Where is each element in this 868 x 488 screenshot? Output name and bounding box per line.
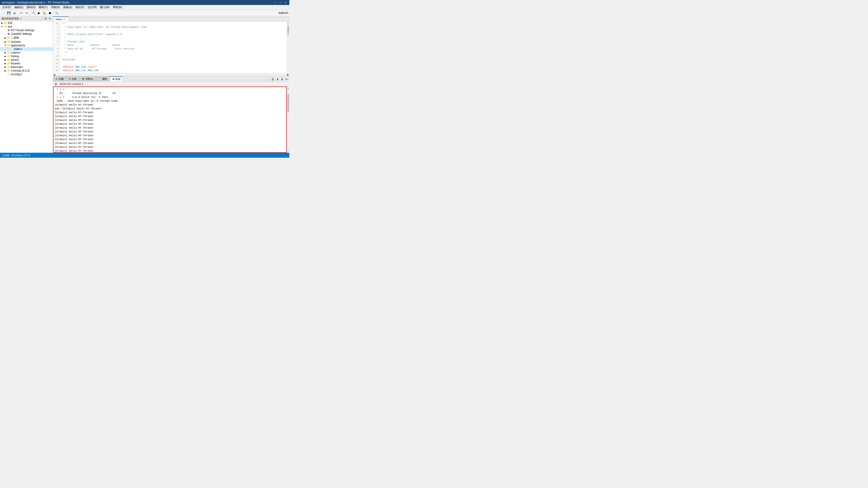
editor-hscroll[interactable]: ◀ ▶ xyxy=(53,73,289,76)
maximize-button[interactable]: □ xyxy=(278,0,283,4)
hscroll-track[interactable] xyxy=(56,74,287,76)
bottom-btn5[interactable]: ✕ xyxy=(284,77,288,81)
editor-container: 1=/*2 * Copyright (c) 2006-2021, RT-Thre… xyxy=(53,22,289,73)
toolbar-debug[interactable]: 🐛 xyxy=(42,11,47,15)
terminal-tab-item[interactable]: DESKTOP-JOHN2LS ✕ xyxy=(58,82,87,86)
bottom-btn2[interactable]: ☰ xyxy=(271,77,275,81)
scroll-up-arrow[interactable]: ▲ xyxy=(287,22,289,25)
tab-terminal[interactable]: 🖥 终端 xyxy=(110,76,123,81)
menu-refactor[interactable]: 重构(T) xyxy=(37,5,49,10)
sidebar-item-rt-thread-settings[interactable]: ⚙RT-Thread Settings xyxy=(0,29,53,32)
tree-icon: 📁 xyxy=(7,51,10,54)
tree-label: test xyxy=(8,25,12,28)
tree-arrow: ▶ xyxy=(4,55,7,57)
terminal-scroll-down[interactable]: ▼ xyxy=(287,149,289,152)
tab-console-label: 控制台 xyxy=(86,77,93,80)
sidebar-collapse-btn[interactable]: ⬜ xyxy=(40,17,43,21)
toolbar-sep3 xyxy=(53,11,54,15)
sidebar-item-main-c[interactable]: 📄main.c xyxy=(0,47,53,51)
code-line: 13 #define DBG_TAG "main" xyxy=(53,65,287,69)
tab-tasks[interactable]: ✔ 任务 xyxy=(66,76,79,81)
terminal-icon: 🖥 xyxy=(112,78,115,80)
code-content: * Change Logs: xyxy=(61,40,86,43)
menu-run[interactable]: 运行(R) xyxy=(86,5,98,10)
hscroll-right[interactable]: ▶ xyxy=(287,74,289,76)
code-editor[interactable]: 1=/*2 * Copyright (c) 2006-2021, RT-Thre… xyxy=(53,22,287,73)
terminal-area[interactable]: \ | / - RT - Thread Operating S? `kk / |… xyxy=(53,87,289,153)
toolbar-sep2 xyxy=(30,11,30,15)
tree-label: 二进制 xyxy=(11,36,19,40)
toolbar-undo[interactable]: ↩ xyxy=(19,11,24,15)
editor-tabs: main.c ✕ xyxy=(53,16,289,22)
toolbar-new[interactable]: 📄 xyxy=(1,11,6,15)
tasks-icon: ✔ xyxy=(69,77,71,80)
tree-label: linkscripts xyxy=(11,66,23,69)
sidebar-item-cubemx[interactable]: ▶📁cubemx xyxy=(0,51,53,55)
toolbar-save-all[interactable]: 🗂 xyxy=(12,11,17,15)
terminal-scroll-up[interactable]: ▲ xyxy=(287,87,289,90)
editor-area: main.c ✕ 1=/*2 * Copyright (c) 2006-2021… xyxy=(53,16,289,76)
close-button[interactable]: ✕ xyxy=(283,0,287,4)
toolbar-run[interactable]: ▶ xyxy=(37,11,41,15)
sidebar: 项目资源管理器 ☆ ⬜ ☰ ✕ ▶📁433▼📁test⚙RT-Thread Se… xyxy=(0,16,53,153)
tree-arrow: ▶ xyxy=(4,62,7,65)
code-line: 2 * Copyright (c) 2006-2021, RT-Thread D… xyxy=(53,25,287,29)
tree-arrow: ▼ xyxy=(0,26,4,28)
editor-tab-main-c[interactable]: main.c ✕ xyxy=(53,17,68,22)
menu-search[interactable]: 搜索(A) xyxy=(62,5,73,10)
sidebar-item-433[interactable]: ▶📁433 xyxy=(0,21,53,25)
sidebar-item-libraries[interactable]: ▶📁libraries xyxy=(0,62,53,65)
menu-edit[interactable]: 编辑(E) xyxy=(13,5,25,10)
code-line: 6 * Change Logs: xyxy=(53,40,287,43)
menu-navigate[interactable]: 导航(N) xyxy=(50,5,61,10)
sidebar-menu-btn[interactable]: ☰ xyxy=(44,17,48,21)
sidebar-item-applications[interactable]: ▼📁applications xyxy=(0,43,53,47)
scroll-thumb[interactable] xyxy=(287,26,289,34)
tab-properties[interactable]: 📋 属性 xyxy=(96,76,110,81)
menu-window[interactable]: 窗口(W) xyxy=(98,5,111,10)
title-bar: workspace - test/applications/main.c - R… xyxy=(0,0,289,5)
editor-tab-close[interactable]: ✕ xyxy=(64,18,66,21)
bottom-btn4[interactable]: ⬆ xyxy=(280,77,284,81)
tree-label: main.c xyxy=(14,47,22,51)
terminal-tab-close[interactable]: ✕ xyxy=(84,83,86,85)
sidebar-item-includes[interactable]: ▶📁Includes xyxy=(0,40,53,43)
editor-tab-label: main.c xyxy=(56,18,63,21)
tab-issues[interactable]: ⚠ 问题 xyxy=(53,76,66,81)
tab-console[interactable]: 💻 控制台 xyxy=(79,76,96,81)
code-line: 8 * 2021-07-03 RT-Thread first version xyxy=(53,47,287,51)
sidebar-item-rt-thread--4-0-3-[interactable]: ▶📁rt-thread [4.0.3] xyxy=(0,69,53,72)
sidebar-item-test[interactable]: ▼📁test xyxy=(0,25,53,29)
toolbar-stop[interactable]: ⏹ xyxy=(48,11,53,15)
bottom-right-buttons: ⬜ ☰ ⬇ ⬆ ✕ xyxy=(266,77,289,81)
sidebar-item-drivers[interactable]: ▶📁drivers xyxy=(0,58,53,62)
hscroll-left[interactable]: ◀ xyxy=(53,74,56,76)
menu-file[interactable]: 文件(F) xyxy=(1,5,12,10)
sidebar-item-rtconfig-h[interactable]: 📄rtconfig.h xyxy=(0,72,53,76)
menu-source[interactable]: 源码(S) xyxy=(25,5,37,10)
tree-arrow: ▼ xyxy=(4,44,7,46)
sidebar-item-linkscripts[interactable]: ▶📁linkscripts xyxy=(0,65,53,69)
toolbar-search[interactable]: 🔍 xyxy=(55,11,59,15)
terminal-scroll-thumb[interactable] xyxy=(287,94,289,112)
toolbar-build[interactable]: 🔨 xyxy=(31,11,36,15)
sidebar-close-btn[interactable]: ✕ xyxy=(48,17,52,21)
tab-terminal-label: 终端 xyxy=(116,77,121,81)
terminal-line: [D/main] Hello RT-Thread! xyxy=(55,126,287,130)
status-left: 已连接 · Encoding: UTF-8 xyxy=(2,154,30,157)
scroll-down-arrow[interactable]: ▼ xyxy=(287,34,289,36)
sidebar-item-cubemx-settings[interactable]: ⚙CubeMX Settings xyxy=(0,32,53,36)
toolbar-save[interactable]: 💾 xyxy=(6,11,11,15)
bottom-btn3[interactable]: ⬇ xyxy=(275,77,279,81)
sidebar-item-二进制[interactable]: ▶📁二进制 xyxy=(0,36,53,40)
menu-help[interactable]: 帮助(H) xyxy=(112,5,123,10)
code-line: 9 */ xyxy=(53,51,287,54)
menu-project[interactable]: 项目(P) xyxy=(74,5,86,10)
sidebar-item-debug[interactable]: ▶📁Debug xyxy=(0,55,53,58)
toolbar-redo[interactable]: ↪ xyxy=(24,11,29,15)
minimize-button[interactable]: ─ xyxy=(274,0,278,4)
terminal-vscroll[interactable]: ▲ ▼ xyxy=(287,87,289,153)
quick-access-label: 快速访问 xyxy=(278,11,288,15)
editor-vscroll[interactable]: ▲ ▼ xyxy=(287,22,289,73)
bottom-btn1[interactable]: ⬜ xyxy=(266,77,270,81)
